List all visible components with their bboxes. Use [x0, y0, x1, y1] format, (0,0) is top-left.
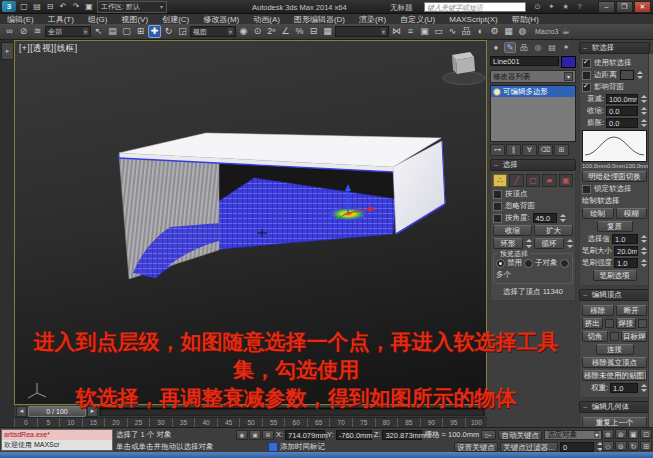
- menu-item[interactable]: 创建(C): [155, 14, 196, 25]
- key-filters-button[interactable]: 关键点过滤器...: [500, 442, 558, 452]
- ignore-backfacing-checkbox[interactable]: [493, 202, 502, 211]
- by-vertex-checkbox[interactable]: [493, 190, 502, 199]
- fov-icon[interactable]: ◇: [602, 441, 614, 451]
- favorites-icon[interactable]: ★: [560, 2, 571, 12]
- edge-distance-field[interactable]: [620, 70, 634, 80]
- tab-hierarchy[interactable]: 品: [518, 42, 530, 53]
- grow-button[interactable]: 扩大: [534, 225, 573, 236]
- falloff-field[interactable]: 100.0mm: [606, 94, 638, 104]
- edit-named-sets-icon[interactable]: ▦: [321, 25, 334, 38]
- curve-editor-icon[interactable]: ∿: [446, 25, 459, 38]
- add-time-tag-label[interactable]: 添加时间标记: [280, 442, 325, 452]
- select-and-scale-icon[interactable]: ◲: [176, 25, 189, 38]
- viewport-label[interactable]: [+][透视][线框]: [19, 43, 78, 55]
- pin-stack-icon[interactable]: ⊶: [490, 144, 505, 156]
- polygon-mode-icon[interactable]: ▰: [542, 174, 556, 187]
- timeslider-groove[interactable]: [99, 407, 485, 416]
- select-and-move-icon[interactable]: ✚: [148, 25, 161, 38]
- show-end-result-icon[interactable]: ∥: [506, 144, 521, 156]
- element-mode-icon[interactable]: ▣: [559, 174, 573, 187]
- spinner[interactable]: [566, 239, 573, 249]
- layer-manager-icon[interactable]: ▣: [418, 25, 431, 38]
- close-button[interactable]: ✕: [634, 1, 651, 13]
- timeslider-prev-icon[interactable]: ◄: [16, 406, 27, 417]
- weld-settings-button[interactable]: [638, 319, 647, 328]
- auto-key-button[interactable]: 自动关键点: [498, 430, 542, 440]
- modifier-stack[interactable]: 可编辑多边形: [490, 85, 576, 142]
- edge-distance-checkbox[interactable]: [582, 71, 591, 80]
- absolute-relative-icon[interactable]: ⊞: [262, 430, 274, 440]
- schematic-view-icon[interactable]: 品: [460, 25, 473, 38]
- infocenter-search-input[interactable]: 键入关键字或短语: [424, 2, 526, 12]
- use-pivot-center-icon[interactable]: ◉: [237, 25, 250, 38]
- spinner[interactable]: [640, 106, 647, 116]
- orbit-icon[interactable]: ↻: [628, 441, 640, 451]
- isolate-selection-icon[interactable]: ◉: [236, 430, 248, 440]
- render-setup-icon[interactable]: ⚙: [488, 25, 501, 38]
- tab-utilities[interactable]: ✶: [560, 42, 572, 53]
- object-color-swatch[interactable]: [561, 56, 576, 68]
- remove-button[interactable]: 移除: [582, 305, 614, 316]
- macro-button-label[interactable]: Macro3: [535, 28, 558, 35]
- maxscript-mini-listener[interactable]: artisdRea.exe* 欢迎使用 MAXScr: [1, 429, 113, 451]
- menu-item[interactable]: 图形编辑器(D): [287, 14, 352, 25]
- render-production-icon[interactable]: ◍: [516, 25, 529, 38]
- viewport-layout-tab[interactable]: ▸: [1, 42, 14, 60]
- selection-value-field[interactable]: 1.0: [612, 234, 638, 244]
- break-button[interactable]: 断开: [616, 305, 648, 316]
- menu-item[interactable]: 自定义(U): [393, 14, 442, 25]
- spinner[interactable]: [640, 246, 647, 256]
- minimize-button[interactable]: –: [598, 1, 615, 13]
- menu-item[interactable]: 修改器(M): [196, 14, 246, 25]
- open-file-icon[interactable]: ▤: [31, 1, 43, 12]
- spinner[interactable]: [640, 234, 647, 244]
- macro-teapot-icon[interactable]: ☕: [559, 25, 572, 38]
- bind-to-space-warp-icon[interactable]: ≋: [31, 25, 44, 38]
- menu-item[interactable]: 渲染(R): [352, 14, 393, 25]
- selection-lock-icon[interactable]: ▣: [249, 430, 261, 440]
- brush-size-field[interactable]: 20.0mm: [614, 246, 638, 256]
- spinner[interactable]: [637, 70, 644, 80]
- border-mode-icon[interactable]: ▢: [526, 174, 540, 187]
- configure-modifier-sets-icon[interactable]: ⊞: [554, 144, 569, 156]
- select-object-icon[interactable]: ↖: [92, 25, 105, 38]
- remove-modifier-icon[interactable]: ⌫: [538, 144, 553, 156]
- redo-icon[interactable]: ↷: [70, 1, 82, 12]
- rectangular-selection-icon[interactable]: ▢: [120, 25, 133, 38]
- selection-filter-dropdown[interactable]: 全部▾: [45, 26, 91, 37]
- subscription-icon[interactable]: ✦: [546, 2, 557, 12]
- menu-item[interactable]: 编辑(E): [0, 14, 41, 25]
- shaded-face-toggle-button[interactable]: 明暗处理面切换: [582, 171, 647, 182]
- zoom-all-icon[interactable]: ⊛: [615, 429, 627, 439]
- workspace-dropdown[interactable]: 工作区: 默认▾: [97, 1, 167, 13]
- spinner[interactable]: [560, 213, 567, 223]
- by-angle-checkbox[interactable]: [493, 214, 502, 223]
- timeslider-handle[interactable]: 0 / 100: [28, 406, 86, 417]
- panel-scrollbar[interactable]: [648, 54, 653, 428]
- zoom-icon[interactable]: ⊕: [602, 429, 614, 439]
- tab-create[interactable]: ●: [490, 42, 502, 53]
- brush-strength-field[interactable]: 1.0: [614, 258, 638, 268]
- chamfer-button[interactable]: 切角: [582, 331, 608, 342]
- help-icon[interactable]: ?: [574, 2, 585, 12]
- zoom-extents-all-icon[interactable]: ⊡: [640, 429, 652, 439]
- weight-field[interactable]: 1.0: [610, 383, 638, 393]
- menu-item[interactable]: MAXScript(X): [442, 15, 504, 24]
- coord-z-field[interactable]: 320.873mm: [382, 430, 422, 440]
- preview-off-radio[interactable]: [496, 259, 505, 268]
- pan-icon[interactable]: ⊜: [615, 441, 627, 451]
- unlink-selection-icon[interactable]: ⊘: [17, 25, 30, 38]
- shrink-button[interactable]: 收缩: [493, 225, 532, 236]
- object-name-field[interactable]: Line001: [490, 56, 559, 66]
- remove-unused-map-verts-button[interactable]: 移除未使用的贴图顶点: [582, 370, 647, 381]
- menu-item[interactable]: 动画(A): [246, 14, 287, 25]
- chamfer-settings-button[interactable]: [610, 332, 619, 341]
- current-frame-field[interactable]: 0: [560, 442, 594, 452]
- edit-geometry-header[interactable]: − 编辑几何体: [579, 401, 650, 413]
- select-and-manipulate-icon[interactable]: ⊙: [251, 25, 264, 38]
- menu-item[interactable]: 组(G): [81, 14, 115, 25]
- spinner[interactable]: [640, 258, 647, 268]
- material-editor-icon[interactable]: ◐: [474, 25, 487, 38]
- tab-motion[interactable]: ◎: [532, 42, 544, 53]
- use-soft-selection-checkbox[interactable]: [582, 59, 591, 68]
